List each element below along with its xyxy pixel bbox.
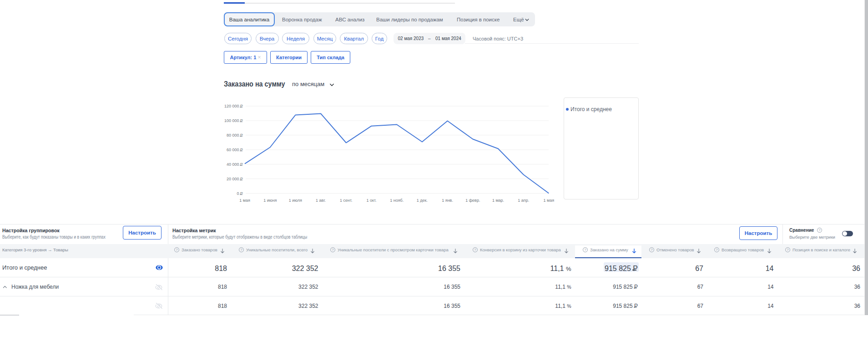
svg-text:1 сент.: 1 сент.: [340, 198, 353, 203]
svg-text:1 нояб.: 1 нояб.: [390, 198, 404, 203]
svg-text:1 апр.: 1 апр.: [518, 198, 529, 203]
svg-text:1 окт.: 1 окт.: [366, 198, 376, 203]
svg-text:1 мая: 1 мая: [544, 198, 555, 203]
svg-text:1 янв.: 1 янв.: [442, 198, 453, 203]
svg-text:1 июня: 1 июня: [263, 198, 277, 203]
svg-text:1 февр.: 1 февр.: [465, 198, 480, 203]
svg-text:1 мая: 1 мая: [239, 198, 250, 203]
svg-text:1 июля: 1 июля: [289, 198, 302, 203]
svg-text:1 дек.: 1 дек.: [417, 198, 428, 203]
svg-text:1 авг.: 1 авг.: [316, 198, 326, 203]
svg-text:1 мар.: 1 мар.: [492, 198, 504, 203]
